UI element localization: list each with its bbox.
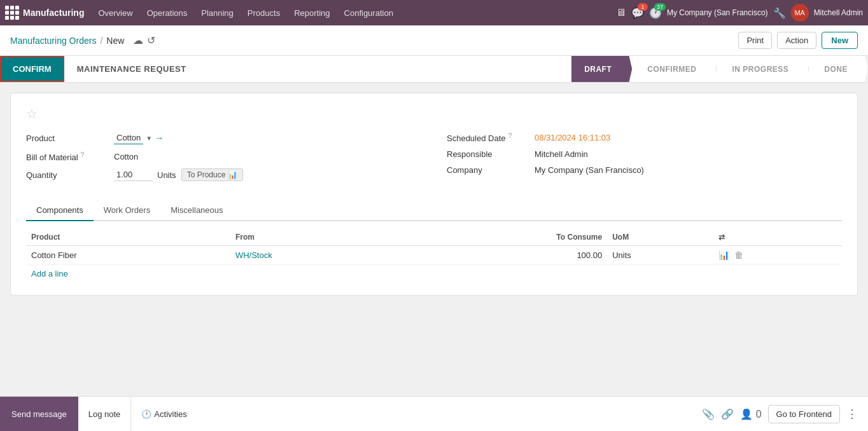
add-line-container: Add a line bbox=[26, 265, 842, 282]
nav-right: 🖥 💬 1 🕐 37 My Company (San Francisco) 🔧 … bbox=[616, 4, 863, 22]
add-line-button[interactable]: Add a line bbox=[26, 265, 73, 282]
company-name: My Company (San Francisco) bbox=[667, 8, 768, 17]
scheduled-date-value[interactable]: 08/31/2024 16:11:03 bbox=[535, 133, 610, 142]
tab-components[interactable]: Components bbox=[26, 200, 94, 221]
activity-icon[interactable]: 🕐 37 bbox=[649, 7, 662, 19]
chat-badge: 1 bbox=[638, 3, 648, 11]
to-produce-label: To Produce bbox=[187, 170, 226, 179]
settings-icon[interactable]: 🔧 bbox=[773, 7, 786, 19]
main-content: ☆ Product Cotton ▼ → bbox=[0, 83, 868, 396]
responsible-row: Responsible Mitchell Admin bbox=[447, 149, 842, 159]
stage-done[interactable]: DONE bbox=[811, 56, 860, 82]
form-container: ☆ Product Cotton ▼ → bbox=[0, 83, 868, 396]
company-value: My Company (San Francisco) bbox=[535, 165, 644, 175]
stage-draft[interactable]: DRAFT bbox=[571, 56, 624, 82]
nav-item-operations[interactable]: Operations bbox=[141, 6, 194, 20]
log-note-button[interactable]: Log note bbox=[78, 397, 132, 431]
support-icon[interactable]: 🖥 bbox=[616, 7, 626, 18]
nav-item-overview[interactable]: Overview bbox=[92, 6, 139, 20]
stage-in-progress[interactable]: IN PROGRESS bbox=[719, 56, 801, 82]
forecast-icon: 📊 bbox=[228, 170, 237, 179]
activities-label: Activities bbox=[154, 409, 186, 419]
app-name: Manufacturing bbox=[23, 8, 84, 18]
to-produce-button[interactable]: To Produce 📊 bbox=[181, 168, 244, 181]
app-logo[interactable]: Manufacturing bbox=[5, 6, 84, 20]
status-bar: CONFIRM MAINTENANCE REQUEST DRAFT CONFIR… bbox=[0, 56, 868, 83]
bottom-right: 📎 🔗 👤 0 Go to Frontend ⋮ bbox=[692, 397, 868, 431]
bom-help-icon[interactable]: ? bbox=[80, 151, 84, 158]
go-to-frontend-button[interactable]: Go to Frontend bbox=[768, 405, 840, 423]
breadcrumb-current: New bbox=[106, 36, 124, 46]
form-fields: Product Cotton ▼ → Bill of Material ? Co… bbox=[26, 132, 842, 188]
avatar[interactable]: MA bbox=[791, 4, 809, 22]
nav-item-reporting[interactable]: Reporting bbox=[288, 6, 336, 20]
right-column: Scheduled Date ? 08/31/2024 16:11:03 Res… bbox=[447, 132, 842, 188]
breadcrumb-parent[interactable]: Manufacturing Orders bbox=[10, 36, 96, 46]
form-card: ☆ Product Cotton ▼ → bbox=[10, 93, 858, 296]
nav-item-configuration[interactable]: Configuration bbox=[338, 6, 400, 20]
send-message-button[interactable]: Send message bbox=[0, 397, 78, 431]
status-stages: DRAFT CONFIRMED IN PROGRESS DONE bbox=[571, 56, 860, 82]
row-from-link[interactable]: WH/Stock bbox=[235, 250, 272, 260]
product-value: Cotton bbox=[114, 132, 143, 144]
table-header-row: Product From To Consume UoM ⇄ bbox=[26, 229, 842, 246]
bottom-bar: Send message Log note 🕐 Activities 📎 🔗 👤… bbox=[0, 396, 868, 431]
col-to-consume: To Consume bbox=[402, 229, 607, 246]
tab-miscellaneous[interactable]: Miscellaneous bbox=[160, 200, 233, 221]
quantity-row: Quantity 1.00 Units To Produce 📊 bbox=[26, 168, 421, 181]
save-manually-icon[interactable]: ☁ bbox=[133, 34, 143, 46]
tabs-bar: Components Work Orders Miscellaneous bbox=[26, 200, 842, 221]
left-column: Product Cotton ▼ → Bill of Material ? Co… bbox=[26, 132, 421, 188]
bom-value: Cotton bbox=[114, 152, 138, 161]
bom-label: Bill of Material ? bbox=[26, 151, 109, 162]
components-table-section: Product From To Consume UoM ⇄ Cotton Fib… bbox=[26, 229, 842, 282]
product-external-link[interactable]: → bbox=[155, 133, 164, 143]
product-dropdown-arrow[interactable]: ▼ bbox=[146, 135, 152, 142]
confirm-button[interactable]: CONFIRM bbox=[0, 56, 64, 82]
breadcrumb-actions: Print Action New bbox=[738, 32, 858, 49]
responsible-label: Responsible bbox=[447, 149, 529, 159]
row-from: WH/Stock bbox=[230, 246, 403, 265]
paperclip-icon[interactable]: 📎 bbox=[702, 408, 715, 420]
quantity-label: Quantity bbox=[26, 170, 109, 180]
product-select[interactable]: Cotton ▼ → bbox=[114, 132, 164, 144]
row-product: Cotton Fiber bbox=[26, 246, 230, 265]
row-delete-icon[interactable]: 🗑 bbox=[734, 250, 743, 260]
print-button[interactable]: Print bbox=[738, 32, 772, 49]
row-chart-icon[interactable]: 📊 bbox=[718, 250, 729, 260]
favorite-star[interactable]: ☆ bbox=[26, 107, 38, 121]
transfer-icon[interactable]: ⇄ bbox=[718, 233, 725, 242]
chat-icon[interactable]: 💬 1 bbox=[631, 7, 644, 19]
scheduled-date-help[interactable]: ? bbox=[508, 132, 512, 139]
tab-work-orders[interactable]: Work Orders bbox=[94, 200, 160, 221]
more-options-icon[interactable]: ⋮ bbox=[846, 407, 858, 421]
nav-item-planning[interactable]: Planning bbox=[195, 6, 240, 20]
breadcrumb-separator: / bbox=[100, 36, 102, 46]
stage-confirmed[interactable]: CONFIRMED bbox=[634, 56, 709, 82]
breadcrumb-bar: Manufacturing Orders / New ☁ ↺ Print Act… bbox=[0, 25, 868, 56]
maintenance-request-label: MAINTENANCE REQUEST bbox=[64, 56, 199, 82]
scheduled-date-row: Scheduled Date ? 08/31/2024 16:11:03 bbox=[447, 132, 842, 143]
breadcrumb: Manufacturing Orders / New ☁ ↺ bbox=[10, 34, 155, 46]
quantity-controls: 1.00 Units To Produce 📊 bbox=[114, 168, 243, 181]
grid-icon bbox=[5, 6, 19, 20]
action-button[interactable]: Action bbox=[777, 32, 816, 49]
activities-button[interactable]: 🕐 Activities bbox=[131, 397, 197, 431]
activity-badge: 37 bbox=[654, 3, 666, 11]
user-name: Mitchell Admin bbox=[814, 8, 863, 17]
product-label: Product bbox=[26, 133, 109, 143]
quantity-input[interactable]: 1.00 bbox=[114, 168, 152, 181]
row-actions: 📊 🗑 bbox=[713, 246, 842, 264]
table-row: Cotton Fiber WH/Stock 100.00 Units 📊 🗑 bbox=[26, 246, 842, 265]
nav-item-products[interactable]: Products bbox=[241, 6, 286, 20]
components-table: Product From To Consume UoM ⇄ Cotton Fib… bbox=[26, 229, 842, 265]
attachment-icon[interactable]: 🔗 bbox=[721, 408, 734, 420]
bottom-left: Send message Log note 🕐 Activities bbox=[0, 397, 197, 431]
undo-icon[interactable]: ↺ bbox=[147, 34, 155, 46]
new-button[interactable]: New bbox=[822, 32, 858, 49]
company-row: Company My Company (San Francisco) bbox=[447, 165, 842, 175]
followers-icon[interactable]: 👤 0 bbox=[740, 408, 761, 420]
col-from: From bbox=[230, 229, 403, 246]
row-to-consume: 100.00 bbox=[402, 246, 607, 265]
activities-clock-icon: 🕐 bbox=[141, 409, 151, 419]
